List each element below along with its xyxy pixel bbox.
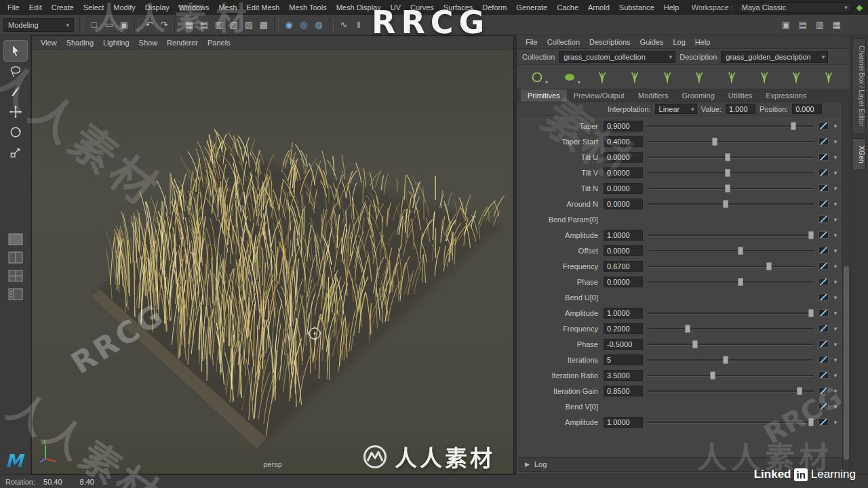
menubar-item-deform[interactable]: Deform	[477, 0, 511, 15]
param-options-caret[interactable]: ▾	[831, 169, 840, 176]
interpolation-dropdown[interactable]: Linear ▾	[655, 104, 697, 114]
side-tab-channel-box-layer-editor[interactable]: Channel Box / Layer Editor	[852, 38, 866, 134]
ramp-menu-icon[interactable]	[818, 138, 829, 145]
slider-handle[interactable]	[725, 153, 730, 161]
param-value-field[interactable]: 0.0000	[604, 167, 643, 178]
ramp-menu-icon[interactable]	[818, 247, 829, 254]
tab-preview-output[interactable]: Preview/Output	[567, 89, 631, 102]
slider-handle[interactable]	[725, 184, 730, 192]
ramp-menu-icon[interactable]	[818, 153, 829, 161]
render-settings-icon[interactable]: ◍	[311, 18, 326, 33]
toggle-preview-icon[interactable]	[689, 68, 709, 87]
snap-grid-icon[interactable]: ▦	[182, 18, 197, 33]
param-value-field[interactable]: 0.0000	[604, 245, 643, 256]
param-slider[interactable]	[648, 230, 814, 241]
menubar-item-edit-mesh[interactable]: Edit Mesh	[241, 0, 284, 15]
make-live-icon[interactable]: ▩	[256, 18, 271, 33]
log-section[interactable]: ▶ Log	[519, 457, 848, 472]
param-slider[interactable]	[648, 323, 814, 334]
tab-primitives[interactable]: Primitives	[521, 89, 567, 102]
ramp-menu-icon[interactable]	[818, 169, 829, 176]
guide-type-dropdown-icon[interactable]: ▾	[528, 68, 548, 87]
param-options-caret[interactable]: ▾	[831, 138, 840, 145]
menuset-dropdown[interactable]: Modeling ▾	[3, 18, 74, 32]
viewport-3d-canvas[interactable]: y persp	[32, 49, 513, 474]
channel-box-toggle-icon[interactable]: ▦	[829, 18, 844, 33]
viewport-menu-item-renderer[interactable]: Renderer	[162, 36, 203, 49]
param-value-field[interactable]: 0.0000	[604, 277, 643, 287]
param-options-caret[interactable]: ▾	[831, 372, 840, 379]
param-slider[interactable]	[648, 386, 814, 396]
tool-settings-toggle-icon[interactable]: ▥	[812, 18, 827, 33]
param-value-field[interactable]: 0.8500	[604, 386, 643, 396]
redo-icon[interactable]: ↷	[157, 18, 172, 33]
slider-handle[interactable]	[738, 278, 743, 286]
param-slider[interactable]	[648, 261, 814, 272]
collection-dropdown[interactable]: grass_custom_collection ▾	[559, 51, 675, 63]
param-slider[interactable]	[648, 308, 814, 319]
param-options-caret[interactable]: ▾	[831, 216, 840, 223]
viewport-menu-item-show[interactable]: Show	[134, 36, 163, 49]
param-slider[interactable]	[648, 370, 814, 381]
viewport-menu-item-view[interactable]: View	[36, 36, 62, 49]
menubar-item-display[interactable]: Display	[140, 0, 174, 15]
menubar-item-curves[interactable]: Curves	[406, 0, 439, 15]
whats-new-icon[interactable]: ◆	[856, 3, 863, 12]
select-tool-icon[interactable]	[4, 41, 27, 61]
param-options-caret[interactable]: ▾	[831, 294, 840, 301]
comb-guides-icon[interactable]	[786, 68, 806, 87]
param-options-caret[interactable]: ▾	[831, 201, 840, 207]
workspace-dropdown[interactable]: Maya Classic ▾	[738, 2, 852, 13]
tab-grooming[interactable]: Grooming	[675, 89, 722, 102]
render-current-frame-icon[interactable]: ◉	[281, 18, 296, 33]
modeling-toolkit-toggle-icon[interactable]: ▣	[778, 18, 793, 33]
ipr-render-icon[interactable]: ◎	[296, 18, 311, 33]
slider-handle[interactable]	[808, 418, 814, 426]
param-value-field[interactable]: 1.0000	[604, 230, 643, 241]
new-scene-icon[interactable]: □	[87, 18, 102, 33]
xgen-menu-item-guides[interactable]: Guides	[635, 35, 669, 49]
param-slider[interactable]	[648, 152, 814, 163]
ramp-menu-icon[interactable]	[818, 184, 829, 192]
param-options-caret[interactable]: ▾	[831, 325, 840, 332]
slider-handle[interactable]	[723, 200, 728, 208]
xgen-menu-item-help[interactable]: Help	[690, 35, 715, 49]
ramp-menu-icon[interactable]	[818, 216, 829, 223]
xgen-menu-item-file[interactable]: File	[521, 35, 542, 49]
scrollbar-thumb[interactable]	[844, 266, 849, 460]
param-value-field[interactable]: 0.9000	[604, 121, 643, 131]
slider-handle[interactable]	[710, 371, 715, 380]
grass-primitive-icon[interactable]	[754, 68, 774, 87]
rotate-tool-icon[interactable]	[4, 122, 27, 142]
primitive-color-dropdown-icon[interactable]: ▾	[560, 68, 580, 87]
ramp-menu-icon[interactable]	[818, 278, 829, 285]
snap-point-icon[interactable]: ▥	[212, 18, 226, 33]
param-slider[interactable]	[648, 417, 814, 428]
slider-handle[interactable]	[808, 309, 814, 317]
slider-handle[interactable]	[808, 231, 814, 239]
tab-utilities[interactable]: Utilities	[722, 89, 759, 102]
paint-select-tool-icon[interactable]	[4, 81, 27, 102]
param-options-caret[interactable]: ▾	[831, 263, 840, 270]
param-value-field[interactable]: 0.0000	[604, 199, 643, 209]
param-value-field[interactable]: 1.0000	[604, 417, 643, 428]
param-options-caret[interactable]: ▾	[831, 123, 840, 129]
add-guide-icon[interactable]	[657, 68, 677, 87]
two-pane-layout-icon[interactable]	[5, 249, 26, 266]
param-options-caret[interactable]: ▾	[831, 403, 840, 410]
paint-effects-icon[interactable]: ∿	[336, 18, 351, 33]
param-slider[interactable]	[648, 121, 814, 131]
import-selection-icon[interactable]	[625, 68, 645, 87]
param-value-field[interactable]: 0.2000	[604, 323, 643, 334]
param-slider[interactable]	[648, 339, 814, 350]
tab-modifiers[interactable]: Modifiers	[631, 89, 675, 102]
param-options-caret[interactable]: ▾	[831, 310, 840, 317]
save-scene-icon[interactable]: ▣	[117, 18, 132, 33]
param-options-caret[interactable]: ▾	[831, 185, 840, 192]
open-scene-icon[interactable]: ▭	[102, 18, 117, 33]
param-options-caret[interactable]: ▾	[831, 388, 840, 394]
param-value-field[interactable]: 5	[604, 354, 643, 365]
menubar-item-mesh-tools[interactable]: Mesh Tools	[284, 0, 331, 15]
menubar-item-help[interactable]: Help	[659, 0, 684, 15]
move-tool-icon[interactable]	[4, 102, 27, 122]
